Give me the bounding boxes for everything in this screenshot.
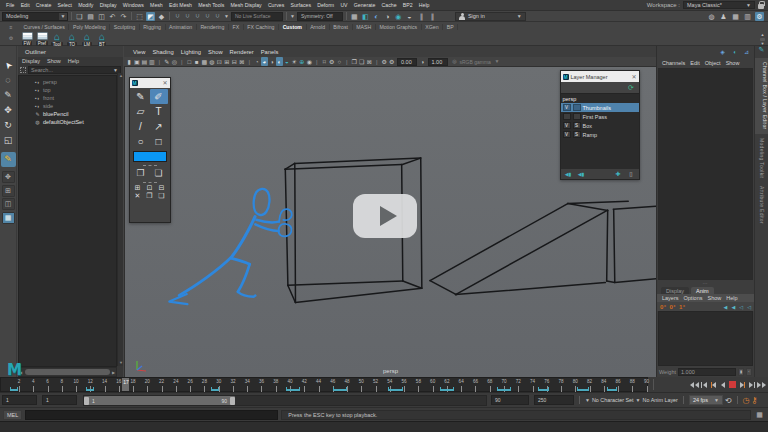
chevron-down-icon[interactable]: ▼ — [290, 14, 295, 19]
textured-icon[interactable]: ▩ — [201, 57, 208, 66]
sep[interactable]: | — [314, 57, 321, 66]
layer-editor-menu-item[interactable]: Help — [726, 295, 737, 301]
shelf-gear-icon[interactable]: ⚙ — [2, 35, 20, 41]
channel-box-menu-item[interactable]: Object — [705, 60, 721, 66]
refresh-icon[interactable]: ⟳ — [627, 83, 636, 92]
sep[interactable]: | — [246, 57, 253, 66]
shelf-tab[interactable]: Custom — [279, 24, 307, 30]
select-component-icon[interactable]: ◆ — [157, 12, 166, 21]
multisample-icon[interactable]: ⊠ — [239, 57, 246, 66]
film-gate-icon[interactable]: ◉ — [306, 57, 313, 66]
safe-action-icon[interactable]: ❐ — [351, 57, 358, 66]
render-current-icon[interactable]: ◧ — [361, 12, 370, 21]
exposure-field[interactable]: 0.00 — [397, 58, 417, 66]
scroll-right-icon[interactable]: ▶ — [112, 370, 116, 375]
lock-icon[interactable] — [758, 4, 764, 9]
bp-paste-icon[interactable]: ❏ — [156, 192, 168, 200]
bp-brush-tool-icon[interactable]: ✐ — [150, 89, 168, 104]
layer-row[interactable]: V S Ramp — [561, 130, 639, 139]
range-start-handle[interactable] — [84, 397, 89, 405]
new-scene-icon[interactable]: ❏ — [75, 12, 84, 21]
outliner-item[interactable]: ◍ defaultObjectSet — [19, 118, 116, 126]
layer-solo-checkbox[interactable]: S — [573, 122, 581, 129]
shelf-menu-icon[interactable]: ≡ — [2, 24, 20, 30]
layer-up-icon[interactable]: ◀ — [724, 304, 728, 310]
bp-rect-tool-icon[interactable]: □ — [150, 134, 168, 149]
viewport-menu-item[interactable]: Shading — [152, 49, 173, 55]
close-icon[interactable]: ✕ — [631, 73, 636, 80]
menu-item[interactable]: Modify — [75, 2, 96, 8]
workspace-select[interactable]: Maya Classic* ▼ — [683, 1, 755, 9]
shelf-tab[interactable]: MASH — [353, 24, 376, 30]
viewport-menu-item[interactable]: Renderer — [230, 49, 254, 55]
anim-layer-select[interactable]: No Anim Layer — [643, 397, 678, 403]
layer-solo-checkbox[interactable] — [573, 104, 581, 111]
menu-item[interactable]: Mesh Tools — [195, 2, 227, 8]
snap-grid-icon[interactable]: ∩ — [173, 12, 182, 21]
view-transform-icon[interactable]: ☀ — [291, 57, 298, 66]
layout-two-pane-icon[interactable]: ◫ — [2, 198, 15, 210]
layer-visible-checkbox[interactable]: V — [563, 122, 571, 129]
gate-mask-icon[interactable]: ⚙ — [329, 57, 336, 66]
snap-point-icon[interactable]: ∩ — [193, 12, 202, 21]
close-icon[interactable]: ✕ — [162, 79, 167, 86]
layer-solo-checkbox[interactable] — [573, 113, 581, 120]
bp-text-tool-icon[interactable]: T — [150, 104, 168, 119]
bp-ungroup-icon[interactable]: ❏ — [154, 168, 162, 178]
channel-box-menu-item[interactable]: Edit — [690, 60, 699, 66]
grease-pencil-icon[interactable]: ✎ — [164, 57, 171, 66]
xray-icon[interactable]: ◕ — [261, 57, 268, 66]
ipr-render-icon[interactable]: ◐ — [372, 12, 381, 21]
move-tool-icon[interactable]: ✥ — [2, 104, 15, 117]
sidebar-tab[interactable]: Channel Box / Layer Editor — [755, 58, 768, 134]
menu-item[interactable]: Surfaces — [287, 2, 314, 8]
layer-down-icon[interactable]: ◀ — [731, 304, 735, 310]
viewport-menu-item[interactable]: Panels — [261, 49, 279, 55]
shadows-icon[interactable]: ⊡ — [216, 57, 223, 66]
lm-add-layer-icon[interactable]: ✚ — [614, 170, 623, 179]
xray-joints-icon[interactable]: ◑ — [269, 57, 276, 66]
layer-editor-menu-item[interactable]: Show — [707, 295, 721, 301]
step-forward-frame-button[interactable] — [748, 379, 756, 391]
select-hierarchy-icon[interactable]: ⬚ — [135, 12, 144, 21]
lm-delete-layer-icon[interactable]: ▯ — [627, 170, 636, 179]
toolbox-icon[interactable]: ▥ — [743, 12, 752, 21]
panel-layout-icon[interactable]: ▦ — [731, 12, 740, 21]
safe-title-icon[interactable]: ❏ — [359, 57, 366, 66]
layer-visible-checkbox[interactable]: V — [563, 104, 571, 111]
pause-viewport-icon[interactable]: ∥ — [417, 12, 426, 21]
bookmark-icon[interactable]: ▤ — [141, 57, 148, 66]
current-time-marker[interactable]: 17 — [122, 378, 129, 391]
add-selected-to-layer-icon[interactable]: 1⁺ — [679, 303, 686, 310]
frame-all-icon[interactable]: ⊠ — [366, 57, 373, 66]
save-scene-icon[interactable]: ◫ — [97, 12, 106, 21]
character-icon[interactable]: ♟ — [719, 12, 728, 21]
auto-keyframe-icon[interactable]: ⚷ — [752, 396, 758, 405]
motion-blur-icon[interactable]: ⊟ — [231, 57, 238, 66]
sep[interactable]: | — [179, 57, 186, 66]
menu-item[interactable]: UV — [337, 2, 350, 8]
settings-gear-icon[interactable]: ⚙ — [755, 12, 764, 21]
bp-circle-tool-icon[interactable]: ○ — [132, 134, 150, 149]
bp-add-frame-icon[interactable]: ⊞ — [132, 184, 144, 192]
gamma-field[interactable]: 1.00 — [428, 58, 448, 66]
shelf-tab[interactable]: Rigging — [140, 24, 166, 30]
outliner-menu-item[interactable]: Show — [47, 58, 61, 64]
menu-item[interactable]: Curves — [265, 2, 288, 8]
sep[interactable]: | — [374, 57, 381, 66]
scrollbar-thumb[interactable] — [25, 369, 110, 375]
menu-item[interactable]: File — [3, 2, 18, 8]
empty-anim-layer-icon[interactable]: 0⁺ — [660, 303, 667, 310]
bp-line-tool-icon[interactable]: / — [132, 119, 150, 134]
menu-item[interactable]: Help — [416, 2, 433, 8]
wireframe-icon[interactable]: □ — [186, 57, 193, 66]
shelf-tab[interactable]: FX — [229, 24, 244, 30]
weight-field[interactable]: 1.000 — [678, 368, 736, 376]
menu-item[interactable]: Generate — [351, 2, 379, 8]
shelf-tab[interactable]: XGen — [422, 24, 443, 30]
animation-start-field[interactable]: 1 — [2, 395, 37, 405]
gamma-toggle-icon[interactable]: ◒ — [284, 57, 291, 66]
shelf-tab[interactable]: Animation — [166, 24, 197, 30]
sep[interactable]: | — [156, 57, 163, 66]
playback-start-field[interactable]: 1 — [42, 395, 77, 405]
